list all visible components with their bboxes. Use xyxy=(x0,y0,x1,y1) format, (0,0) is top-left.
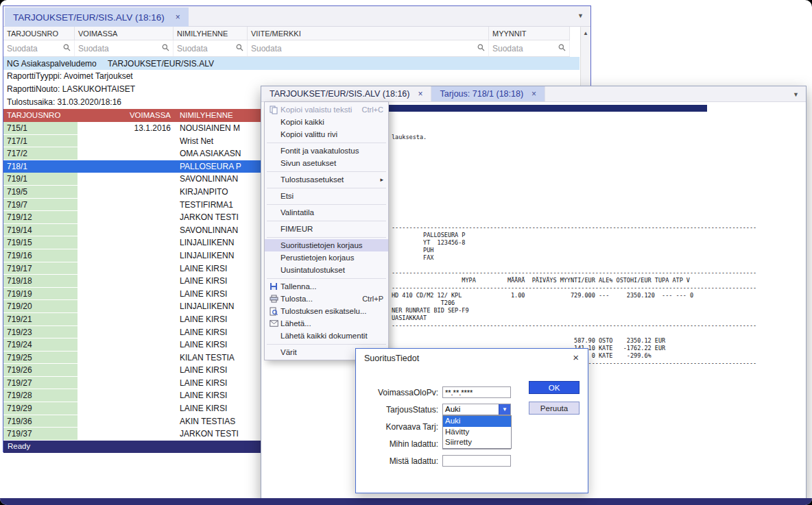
submenu-arrow-icon: ▸ xyxy=(380,176,383,183)
search-icon[interactable] xyxy=(477,44,485,53)
menu-separator xyxy=(267,344,386,345)
menu-item-lähetä[interactable]: Lähetä... xyxy=(265,317,388,330)
tab-tarjous-718-1[interactable]: Tarjous: 718/1 (18:18) × xyxy=(431,86,545,101)
ok-button[interactable]: OK xyxy=(529,381,580,394)
cell-voimassa xyxy=(77,275,176,288)
cancel-button[interactable]: Peruuta xyxy=(529,402,580,415)
menu-item-fontit-ja-vaakatulostus[interactable]: Fontit ja vaakatulostus xyxy=(265,145,388,157)
table-row[interactable]: 719/1SAVONLINNAN xyxy=(3,173,261,186)
tab-list-dropdown-icon[interactable]: ▼ xyxy=(793,91,799,98)
filter-input-viite-merkki[interactable]: Suodata xyxy=(248,40,489,56)
combo-option-hävitty[interactable]: Hävitty xyxy=(443,427,511,438)
tab-tarjoukset-list[interactable]: TARJOUKSET/EUR/SIS.ALV (18:16) × xyxy=(261,86,431,101)
table-row[interactable]: 719/5KIRJANPITO xyxy=(3,186,261,199)
menu-item-tulosta[interactable]: Tulosta...Ctrl+P xyxy=(265,293,388,305)
combo-dropdown-button[interactable]: ▼ xyxy=(499,404,510,415)
table-row[interactable]: 719/21LAINE KIRSI xyxy=(3,313,261,326)
table-row[interactable]: 719/25KILAN TESTIA xyxy=(3,352,261,365)
cell-nimilyhenne: KIRJANPITO xyxy=(176,186,261,199)
menu-item-suoritustietojen-korjaus[interactable]: Suoritustietojen korjaus xyxy=(265,239,388,251)
dialog-input-mistä-ladattu[interactable] xyxy=(442,455,511,467)
column-header-viite-merkki[interactable]: VIITE/MERKKI xyxy=(248,27,489,40)
menu-item-fim-eur[interactable]: FIM/EUR xyxy=(265,223,388,235)
dialog-input-voimassaolopv[interactable]: **.**.**** xyxy=(442,386,511,398)
table-row[interactable]: 719/29LAINE KIRSI xyxy=(3,402,261,415)
tab-list-dropdown-icon[interactable]: ▼ xyxy=(577,12,584,19)
scroll-up-icon[interactable]: ▲ xyxy=(581,27,590,36)
column-header-tarjousnro[interactable]: TARJOUSNRO xyxy=(3,27,75,40)
table-row[interactable]: 719/15LINJALIIKENN xyxy=(3,236,261,249)
cell-tarjousnro: 717/2 xyxy=(3,147,77,160)
search-icon[interactable] xyxy=(162,44,169,53)
menu-item-kopioi-valittu-rivi[interactable]: Kopioi valittu rivi xyxy=(265,128,388,140)
table-row[interactable]: 719/23LAINE KIRSI xyxy=(3,326,261,339)
table-row[interactable]: 719/14SAVONLINNAN xyxy=(3,224,261,237)
report-column-header-voimassa[interactable]: VOIMASSA xyxy=(77,109,176,122)
table-row[interactable]: 718/1PALLOSEURA P xyxy=(3,160,261,173)
table-row[interactable]: 719/28LAINE KIRSI xyxy=(3,389,261,402)
cell-voimassa xyxy=(77,428,176,441)
table-row[interactable]: 715/113.1.2016NOUSIAINEN M xyxy=(3,122,261,135)
column-header-voimassa[interactable]: VOIMASSA xyxy=(75,27,174,40)
menu-item-kopioi-valaistu-teksti[interactable]: Kopioi valaistu tekstiCtrl+C xyxy=(265,103,388,116)
tab-tarjoukset-list[interactable]: TARJOUKSET/EUR/SIS.ALV (18:16) × xyxy=(5,8,189,27)
filter-input-tarjousnro[interactable]: Suodata xyxy=(3,40,75,56)
dialog-label-tarjousstatus: TarjousStatus: xyxy=(361,404,438,415)
tab-close-icon[interactable]: × xyxy=(176,12,180,22)
tab-close-icon[interactable]: × xyxy=(532,89,536,99)
cell-tarjousnro: 719/26 xyxy=(3,364,77,377)
combo-option-siirretty[interactable]: Siirretty xyxy=(443,437,511,448)
filter-input-voimassa[interactable]: Suodata xyxy=(75,40,174,56)
tab-close-icon[interactable]: × xyxy=(418,89,422,99)
menu-item-sivun-asetukset[interactable]: Sivun asetukset xyxy=(265,157,388,169)
table-row[interactable]: 719/7TESTIFIRMA1 xyxy=(3,199,261,212)
table-row[interactable]: 719/16LINJALIIKENN xyxy=(3,249,261,262)
filter-placeholder: Suodata xyxy=(78,44,109,53)
cell-tarjousnro: 719/27 xyxy=(3,377,77,390)
menu-item-kopioi-kaikki[interactable]: Kopioi kaikki xyxy=(265,116,388,128)
cell-nimilyhenne: LAINE KIRSI xyxy=(176,275,261,288)
table-row[interactable]: 719/24LAINE KIRSI xyxy=(3,338,261,352)
search-icon[interactable] xyxy=(558,44,566,53)
menu-item-label: Valintatila xyxy=(280,208,383,217)
table-row[interactable]: 719/17LAINE KIRSI xyxy=(3,262,261,275)
table-row[interactable]: 719/36AKIN TESTIAS xyxy=(3,415,261,428)
menu-item-tulostuksen-esikatselu[interactable]: Tulostuksen esikatselu... xyxy=(265,305,388,317)
menu-item-valintatila[interactable]: Valintatila xyxy=(265,206,388,219)
search-icon[interactable] xyxy=(63,44,71,53)
combo-option-auki[interactable]: Auki xyxy=(443,416,511,427)
menu-item-uusintatulostukset[interactable]: Uusintatulostukset xyxy=(265,264,388,276)
cell-tarjousnro: 719/12 xyxy=(3,211,77,224)
search-icon[interactable] xyxy=(236,44,243,53)
menu-item-etsi[interactable]: Etsi xyxy=(265,190,388,202)
filter-input-nimilyhenne[interactable]: Suodata xyxy=(174,40,248,56)
menu-item-tulostusasetukset[interactable]: Tulostusasetukset▸ xyxy=(265,173,388,186)
cell-nimilyhenne: LAINE KIRSI xyxy=(176,326,261,339)
report-column-header-nimilyhenne[interactable]: NIMILYHENNE xyxy=(176,109,261,122)
dialog-close-icon[interactable]: × xyxy=(573,352,579,363)
table-row[interactable]: 719/18LAINE KIRSI xyxy=(3,275,261,288)
table-row[interactable]: 719/27LAINE KIRSI xyxy=(3,377,261,390)
print-preview-icon xyxy=(267,307,280,316)
cell-voimassa xyxy=(77,352,176,365)
table-row[interactable]: 717/1Wrist Net xyxy=(3,135,261,148)
menu-item-tallenna[interactable]: Tallenna... xyxy=(265,280,388,293)
menu-item-perustietojen-korjaus[interactable]: Perustietojen korjaus xyxy=(265,251,388,264)
table-row[interactable]: 719/19LAINE KIRSI xyxy=(3,288,261,301)
document-text: lauksesta. -----------------------------… xyxy=(392,103,756,367)
table-row[interactable]: 719/20LINJALIIKENN xyxy=(3,300,261,313)
status-text: Ready xyxy=(8,442,30,450)
table-row[interactable]: 719/37JARKON TESTI xyxy=(3,428,261,441)
table-row[interactable]: 719/12JARKON TESTI xyxy=(3,211,261,224)
report-type-line: RaporttiTyyppi: Avoimet Tarjoukset xyxy=(3,70,360,83)
report-column-header-tarjousnro[interactable]: TARJOUSNRO xyxy=(3,109,77,122)
filter-input-myynnit[interactable]: Suodata xyxy=(489,40,570,56)
menu-item-lähetä-kaikki-dokumentit[interactable]: Lähetä kaikki dokumentit xyxy=(265,330,388,342)
column-header-nimilyhenne[interactable]: NIMILYHENNE xyxy=(174,27,248,40)
column-header-myynnit[interactable]: MYYNNIT xyxy=(489,27,570,40)
table-row[interactable]: 719/26LAINE KIRSI xyxy=(3,364,261,377)
tarjousstatus-combo[interactable]: Auki▼ xyxy=(442,404,511,415)
menu-shortcut: Ctrl+P xyxy=(362,295,383,303)
table-row[interactable]: 717/2OMA ASIAKASN xyxy=(3,147,261,160)
report-title-row[interactable]: NG Asiakaspalveludemo TARJOUKSET/EUR/SIS… xyxy=(3,57,580,70)
